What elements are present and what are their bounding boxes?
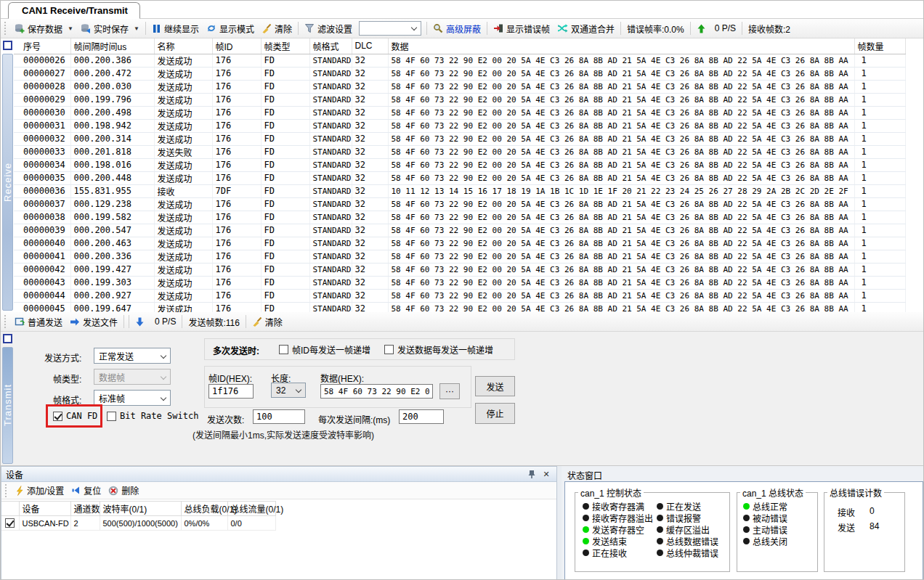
column-header-bus-load[interactable]: 总线负载(0/1) [181,502,227,516]
save-data-button[interactable]: 保存数据 ▼ [11,21,77,36]
table-row[interactable]: 00000030000.200.498发送成功176FDSTANDARD3258… [14,106,905,119]
table-row[interactable]: 00000035000.200.448发送成功176FDSTANDARD3258… [14,171,905,184]
control-status-col2: 正在发送错误报警缓存区溢出总线数据错误总线仲裁错误 [657,500,718,558]
tab-can1-receive-transmit[interactable]: CAN1 Receive/Transmit [8,2,140,19]
data-increment-checkbox[interactable] [384,345,394,354]
cell-data: 10 11 12 13 14 15 16 17 18 19 1A 1B 1C 1… [388,184,854,197]
add-settings-button[interactable]: 添加/设置 [12,483,68,498]
cell-dlc: 32 [352,158,388,171]
broom-icon [262,23,272,33]
device-enabled-checkbox[interactable] [5,518,15,528]
table-row[interactable]: 00000042000.199.427发送成功176FDSTANDARD3258… [14,263,905,276]
reset-button[interactable]: 复位 [68,483,105,498]
close-icon[interactable]: ✕ [540,468,552,480]
table-row[interactable]: 00000027000.200.472发送成功176FDSTANDARD3258… [14,67,905,80]
transmit-side-tab[interactable]: Transmit [1,333,14,464]
cell-dlc: 32 [352,67,388,80]
column-header-name[interactable]: 名称 [154,38,212,54]
cell-frame-format: STANDARD [309,54,352,67]
table-row[interactable]: 00000040000.200.463发送成功176FDSTANDARD3258… [14,237,905,250]
transmit-side-tab-bar[interactable]: Transmit [2,347,13,464]
dual-channel-merge-button[interactable]: 双通道合并 [554,21,618,36]
frame-id-input[interactable] [208,384,254,399]
realtime-save-button[interactable]: 实时保存 ▼ [77,21,143,36]
interval-input[interactable] [399,409,444,424]
chevron-down-icon[interactable]: ▼ [134,25,139,32]
data-hex-input[interactable] [320,384,433,399]
table-row[interactable]: 00000033000.201.818发送失败176FDSTANDARD3258… [14,145,905,158]
cell-data: 58 4F 60 73 22 90 E2 00 20 5A 4E C3 26 8… [388,276,854,289]
table-row[interactable]: 00000043000.199.303发送成功176FDSTANDARD3258… [14,276,905,289]
clear-button[interactable]: 清除 [258,21,296,36]
table-row[interactable]: 00000044000.200.927发送成功176FDSTANDARD3258… [14,289,905,302]
column-header-baud[interactable]: 波特率(0/1) [100,502,181,516]
table-row[interactable]: 00000028000.200.030发送成功176FDSTANDARD3258… [14,80,905,93]
frame-format-combobox[interactable]: 标准帧 [94,390,171,406]
cell-frame-type: FD [261,237,309,250]
receive-side-tab[interactable]: Receive [1,40,14,311]
send-button[interactable]: 发送 [475,376,515,396]
cell-frame-type: FD [261,184,309,197]
column-header-interval[interactable]: 帧间隔时间us [70,38,154,54]
table-row[interactable]: 00000026000.200.386发送成功176FDSTANDARD3258… [14,54,905,67]
receive-rate-indicator: 0 P/S [693,22,739,35]
send-mode-combobox[interactable]: 正常发送 [94,348,171,364]
table-row[interactable]: 00000041000.200.336发送成功176FDSTANDARD3258… [14,250,905,263]
led-off-icon [657,526,663,533]
receive-area: Receive 序号 帧间隔时间us 名称 帧ID 帧类型 帧格式 DLC 数据… [1,38,923,312]
column-header-channels[interactable]: 通道数 [70,502,100,516]
table-row[interactable]: 00000029000.199.796发送成功176FDSTANDARD3258… [14,93,905,106]
column-header-seq[interactable]: 序号 [14,38,70,54]
column-header-frame-format[interactable]: 帧格式 [309,38,352,54]
column-header-frame-id[interactable]: 帧ID [212,38,261,54]
advanced-mask-button[interactable]: 高级屏蔽 [429,21,485,36]
continue-display-button[interactable]: 继续显示 [148,21,203,36]
display-mode-label: 显示模式 [219,23,254,35]
column-header-data[interactable]: 数据 [388,38,854,54]
display-mode-button[interactable]: 显示模式 [203,21,258,36]
stop-button[interactable]: 停止 [475,403,515,424]
transmit-clear-button[interactable]: 清除 [248,314,286,330]
table-row[interactable]: 00000032000.200.314发送成功176FDSTANDARD3258… [14,132,905,145]
filter-settings-button[interactable]: 滤波设置 [301,21,356,36]
device-table-row[interactable]: USBCAN-FD 2 500(500)/1000(5000) 0%/0% 0/… [1,516,275,531]
status-led-label: 总线仲裁错误 [666,547,718,559]
cell-interval: 000.200.547 [70,224,154,237]
cell-name: 发送成功 [154,119,212,132]
column-header-dlc[interactable]: DLC [352,38,388,54]
show-error-frames-button[interactable]: 显示错误帧 [490,21,554,36]
status-led-item: 总线正常 [743,500,787,512]
normal-send-button[interactable]: 普通发送 [11,314,66,330]
column-header-frame-type[interactable]: 帧类型 [261,38,309,54]
column-header-bus-flow[interactable]: 总线流量(0/1) [227,502,275,516]
led-off-icon [657,550,663,556]
cell-name: 发送成功 [154,276,212,289]
cell-frame-type: FD [261,171,309,184]
cell-frame-format: STANDARD [309,145,352,158]
cell-data: 58 4F 60 73 22 90 E2 00 20 5A 4E C3 26 8… [388,106,854,119]
length-combobox[interactable]: 32 [271,383,306,398]
table-row[interactable]: 00000034000.198.016发送成功176FDSTANDARD3258… [14,158,905,171]
bit-rate-switch-checkbox[interactable] [107,412,116,421]
column-header-device[interactable]: 设备 [19,502,70,516]
more-data-button[interactable]: ··· [439,383,460,399]
table-row[interactable]: 00000039000.200.547发送成功176FDSTANDARD3258… [14,224,905,237]
table-row[interactable]: 00000036155.831.955接收7DFFDSTANDARD3210 1… [14,184,905,197]
cell-frame-type: FD [261,224,309,237]
delete-button[interactable]: 删除 [105,483,142,498]
table-row[interactable]: 00000038000.199.582发送成功176FDSTANDARD3258… [14,211,905,224]
send-file-button[interactable]: 发送文件 [66,314,121,330]
id-increment-checkbox[interactable] [279,345,288,354]
send-count-input[interactable] [253,409,305,424]
funnel-icon [304,23,315,33]
can-fd-checkbox[interactable] [53,412,62,421]
pin-icon[interactable] [526,468,538,480]
receive-side-tab-bar[interactable]: Receive [2,54,13,311]
table-row[interactable]: 00000031000.198.942发送成功176FDSTANDARD3258… [14,119,905,132]
frame-type-combobox: 数据帧 [94,369,171,385]
column-header-frame-count[interactable]: 帧数量 [854,38,905,54]
cell-dlc: 32 [352,263,388,276]
table-row[interactable]: 00000037000.129.238发送成功176FDSTANDARD3258… [14,197,905,211]
filter-preset-combobox[interactable] [359,21,421,36]
chevron-down-icon[interactable]: ▼ [68,25,73,32]
